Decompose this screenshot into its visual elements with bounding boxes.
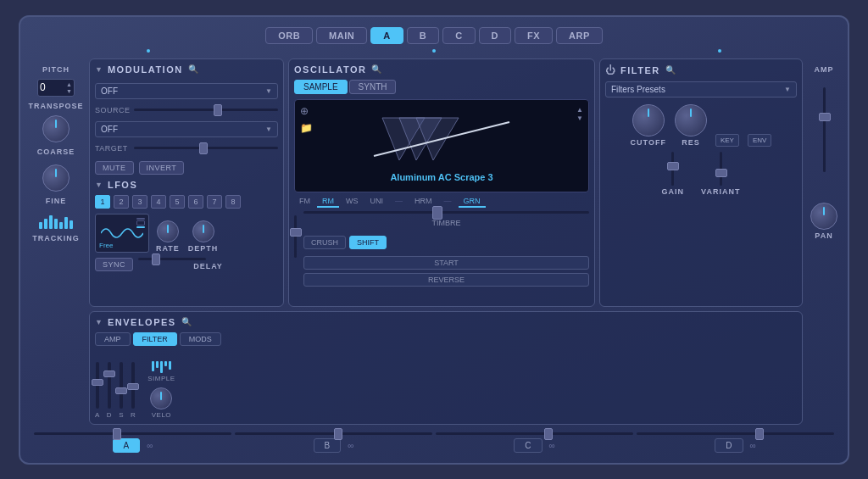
mod-source-dropdown[interactable]: OFF ▼: [95, 83, 278, 99]
osc-mode-uni[interactable]: UNI: [365, 196, 389, 208]
reverse-button[interactable]: REVERSE: [303, 273, 589, 287]
lfo-8[interactable]: 8: [225, 195, 241, 209]
pan-knob[interactable]: [810, 203, 837, 230]
nav-tab-main[interactable]: MAIN: [316, 27, 367, 44]
env-d-track[interactable]: [108, 362, 111, 409]
bottom-thumb-b[interactable]: [334, 428, 342, 440]
nav-tab-arp[interactable]: ARP: [556, 27, 603, 44]
bottom-slider-a[interactable]: [34, 432, 231, 435]
lfo-6[interactable]: 6: [188, 195, 203, 209]
gain-slider[interactable]: [671, 152, 674, 186]
source-thumb[interactable]: [214, 104, 222, 116]
cutoff-knob[interactable]: [632, 104, 665, 136]
lfo-depth-knob[interactable]: [192, 220, 214, 242]
lfo-5[interactable]: 5: [170, 195, 185, 209]
osc-mode-grn[interactable]: GRN: [459, 196, 486, 208]
nav-tab-fx[interactable]: FX: [515, 27, 553, 44]
env-tab-amp[interactable]: AMP: [95, 332, 131, 346]
env-s-track[interactable]: [120, 362, 123, 409]
bottom-tab-a[interactable]: A: [113, 438, 141, 453]
key-button[interactable]: KEY: [715, 134, 739, 147]
env-s-thumb[interactable]: [115, 387, 127, 394]
filter-presets-dropdown[interactable]: Filters Presets ▼: [605, 81, 797, 97]
env-a-track[interactable]: [96, 362, 99, 409]
velo-knob[interactable]: [150, 387, 172, 409]
bottom-thumb-d[interactable]: [755, 428, 764, 440]
amp-slider[interactable]: [823, 87, 826, 172]
lfo-1[interactable]: 1: [95, 195, 110, 209]
osc-tab-sample[interactable]: SAMPLE: [294, 80, 348, 94]
link-icon-a[interactable]: ∞: [147, 441, 153, 450]
bottom-slider-c[interactable]: [436, 432, 633, 435]
timbre-slider[interactable]: [303, 211, 589, 214]
variant-thumb[interactable]: [715, 169, 727, 177]
env-search-icon[interactable]: 🔍: [181, 317, 192, 326]
amp-thumb[interactable]: [819, 113, 831, 121]
env-tab-mods[interactable]: MODS: [180, 332, 221, 346]
lfo-3[interactable]: 3: [132, 195, 147, 209]
lfo-rate-knob[interactable]: [157, 220, 179, 242]
bottom-thumb-c[interactable]: [544, 428, 553, 440]
pitch-up-arrow[interactable]: ▲: [66, 81, 72, 87]
osc-zoom-icon[interactable]: ⊕: [300, 105, 313, 117]
osc-search-icon[interactable]: 🔍: [371, 64, 381, 74]
osc-v-thumb-left[interactable]: [290, 228, 302, 237]
res-knob[interactable]: [675, 104, 707, 136]
mod-target-dropdown[interactable]: OFF ▼: [95, 121, 278, 137]
bottom-slider-d[interactable]: [637, 432, 834, 435]
env-a-thumb[interactable]: [92, 379, 103, 386]
osc-folder-icon[interactable]: 📁: [300, 122, 313, 134]
nav-tab-a[interactable]: A: [370, 27, 403, 44]
lfo-2[interactable]: 2: [114, 195, 129, 209]
osc-mode-ws[interactable]: WS: [341, 196, 364, 208]
target-slider[interactable]: [134, 147, 278, 149]
bottom-thumb-a[interactable]: [113, 428, 121, 440]
env-button[interactable]: ENV: [748, 134, 771, 147]
fine-knob[interactable]: [42, 164, 70, 192]
source-slider[interactable]: [134, 109, 278, 111]
bottom-tab-d[interactable]: D: [715, 438, 743, 453]
osc-mode-rm[interactable]: RM: [317, 196, 339, 208]
variant-slider[interactable]: [720, 152, 722, 186]
filter-search-icon[interactable]: 🔍: [665, 65, 676, 75]
nav-tab-b[interactable]: B: [407, 27, 439, 44]
osc-tab-synth[interactable]: SYNTH: [349, 80, 397, 94]
env-r-thumb[interactable]: [127, 383, 139, 390]
start-button[interactable]: START: [303, 256, 589, 270]
osc-v-slider-left-track[interactable]: [294, 215, 297, 258]
pitch-spinner[interactable]: 0 ▲ ▼: [37, 79, 75, 97]
pitch-down-arrow[interactable]: ▼: [66, 88, 72, 94]
timbre-thumb[interactable]: [432, 206, 442, 220]
target-thumb[interactable]: [199, 142, 208, 154]
filter-power-icon[interactable]: ⏻: [605, 64, 615, 76]
bottom-slider-b[interactable]: [235, 432, 432, 435]
crush-button[interactable]: CRUSH: [303, 236, 346, 249]
env-d-thumb[interactable]: [103, 370, 115, 377]
gain-thumb[interactable]: [667, 162, 679, 170]
osc-mode-fm[interactable]: FM: [294, 196, 315, 208]
lfo-7[interactable]: 7: [207, 195, 222, 209]
osc-nav-down[interactable]: ▼: [576, 115, 583, 122]
coarse-knob[interactable]: [42, 115, 70, 142]
shift-button[interactable]: SHIFT: [349, 236, 387, 249]
link-icon-d[interactable]: ∞: [750, 441, 756, 450]
link-icon-b[interactable]: ∞: [348, 441, 353, 450]
modulation-search-icon[interactable]: 🔍: [188, 64, 198, 74]
osc-nav-up[interactable]: ▲: [576, 107, 583, 114]
mute-button[interactable]: MUTE: [95, 161, 134, 175]
env-tab-filter[interactable]: FILTER: [133, 332, 177, 346]
nav-tab-c[interactable]: C: [442, 27, 475, 44]
delay-slider[interactable]: [138, 258, 206, 260]
synth-container: ORB MAIN A B C D FX ARP PITCH 0 ▲ ▼ TRAN…: [19, 15, 849, 465]
lfo-4[interactable]: 4: [151, 195, 166, 209]
sync-button[interactable]: SYNC: [95, 258, 133, 271]
bottom-tab-b[interactable]: B: [314, 438, 342, 453]
nav-tab-orb[interactable]: ORB: [265, 27, 313, 44]
nav-tab-d[interactable]: D: [479, 27, 511, 44]
bottom-tab-c[interactable]: C: [514, 438, 542, 453]
env-r-track[interactable]: [131, 362, 135, 409]
invert-button[interactable]: INVERT: [139, 161, 185, 175]
lfos-header: ▼ LFOS: [95, 180, 278, 190]
delay-thumb[interactable]: [152, 253, 160, 265]
link-icon-c[interactable]: ∞: [549, 441, 555, 450]
